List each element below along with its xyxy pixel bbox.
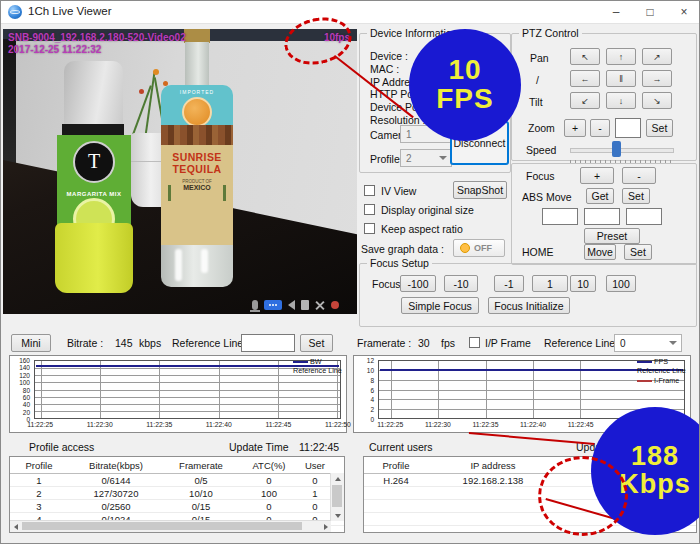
focus-step-button--10[interactable]: -10 <box>444 275 478 292</box>
zoom-out-button[interactable]: - <box>590 119 610 137</box>
update-time-value: 11:22:45 <box>299 441 339 453</box>
legend-item: Reference Line <box>637 367 687 375</box>
home-move-button[interactable]: Move <box>584 244 616 260</box>
osd-datetime: 2017-12-25 11:22:32 <box>8 44 101 55</box>
column-header: Bitrate(kbps) <box>68 460 164 471</box>
scroll-thumb[interactable] <box>22 522 302 530</box>
ptz-arrow-button-3[interactable]: ← <box>570 70 600 87</box>
ptz-arrow-button-7[interactable]: ↓ <box>606 92 636 109</box>
scroll-thumb[interactable] <box>332 485 342 507</box>
ptz-arrow-button-4[interactable]: ‖ <box>606 70 636 87</box>
keep-aspect-label: Keep aspect ratio <box>381 223 463 235</box>
table-row[interactable]: 30/25600/1500 <box>10 500 344 513</box>
bottle-top <box>64 61 123 128</box>
abs-get-button[interactable]: Get <box>586 188 614 204</box>
scroll-up-icon[interactable] <box>331 473 344 484</box>
x-tick-label: 11:22:40 <box>520 421 546 428</box>
ptz-control-group: PTZ Control Pan / Tilt ↖↑↗←‖→↙↓↘ Zoom + … <box>511 33 697 161</box>
table-header: ProfileBitrate(kbps)FramerateATC(%)User <box>10 457 344 474</box>
profile-select[interactable]: 2 <box>400 149 452 167</box>
ptz-arrow-button-5[interactable]: → <box>642 70 672 87</box>
zoom-value-input[interactable] <box>615 118 641 138</box>
record-icon[interactable] <box>331 301 339 309</box>
zoom-in-button[interactable]: + <box>564 119 586 137</box>
scroll-right-icon[interactable] <box>320 521 331 532</box>
focus-minus-button[interactable]: - <box>622 167 656 184</box>
kbps-highlight-circle <box>538 456 628 536</box>
vertical-scrollbar[interactable] <box>330 473 344 521</box>
speed-slider-thumb[interactable] <box>612 141 621 157</box>
horizontal-scrollbar[interactable] <box>10 520 331 532</box>
ptz-arrow-button-8[interactable]: ↘ <box>642 92 672 109</box>
y-tick-label: 0 <box>370 416 374 423</box>
codec-badge-icon[interactable] <box>264 300 282 310</box>
home-set-button[interactable]: Set <box>624 244 652 260</box>
framerate-unit: fps <box>441 337 455 349</box>
display-original-checkbox[interactable] <box>364 204 375 215</box>
gridline <box>219 361 220 418</box>
abs-value-3-input[interactable] <box>626 208 662 225</box>
window-title: 1Ch Live Viewer <box>28 5 112 17</box>
focus-plus-button[interactable]: + <box>580 167 614 184</box>
abs-value-2-input[interactable] <box>584 208 620 225</box>
cactus-graphic <box>223 185 226 201</box>
y-tick-label: 40 <box>23 401 30 408</box>
maximize-button[interactable]: □ <box>633 1 667 23</box>
focus-step-button-10[interactable]: 10 <box>570 275 596 292</box>
ip-frame-checkbox[interactable] <box>469 337 480 348</box>
focus-step-button-100[interactable]: 100 <box>606 275 636 292</box>
snapshot-button[interactable]: SnapShot <box>453 181 507 199</box>
speaker-icon[interactable] <box>288 300 295 310</box>
focus-step-button--100[interactable]: -100 <box>400 275 436 292</box>
save-graph-label: Save graph data : <box>361 243 444 255</box>
table-cell: 1 <box>10 475 68 486</box>
table-row[interactable]: 10/61440/500 <box>10 474 344 487</box>
iv-view-checkbox[interactable] <box>364 185 375 196</box>
close-button[interactable]: × <box>667 1 700 23</box>
fps-annotation-badge: 10FPS <box>409 29 521 141</box>
table-row[interactable]: 2127/3072010/101001 <box>10 487 344 500</box>
simple-focus-button[interactable]: Simple Focus <box>401 297 479 314</box>
ptz-arrow-button-6[interactable]: ↙ <box>570 92 600 109</box>
motion-icon[interactable] <box>315 300 325 310</box>
focus-initialize-button[interactable]: Focus Initialize <box>488 297 570 314</box>
sd-card-icon[interactable] <box>301 300 309 310</box>
save-graph-toggle[interactable]: OFF <box>453 239 505 257</box>
focus-step-button-1[interactable]: 1 <box>532 275 568 292</box>
column-header: ATC(%) <box>238 460 300 471</box>
ptz-arrow-grid: ↖↑↗←‖→↙↓↘ <box>570 48 672 109</box>
ptz-arrow-button-1[interactable]: ↑ <box>606 48 636 65</box>
mic-icon[interactable] <box>252 300 258 310</box>
minimize-button[interactable]: – <box>599 1 633 23</box>
focus-step-button--1[interactable]: -1 <box>494 275 524 292</box>
abs-value-1-input[interactable] <box>542 208 578 225</box>
reference-line-input[interactable] <box>241 334 295 352</box>
zoom-set-button[interactable]: Set <box>646 119 673 137</box>
table-cell: 0 <box>238 475 300 486</box>
bitrate-chart: 160140120100806040200 11:22:2511:22:3011… <box>9 355 347 433</box>
preset-button[interactable]: Preset <box>584 228 640 244</box>
focus-setup-title: Focus Setup <box>367 257 432 269</box>
bitrate-value: 145 <box>115 337 133 349</box>
profile-access-table: ProfileBitrate(kbps)FramerateATC(%)User … <box>9 456 345 533</box>
chevron-down-icon <box>439 156 447 160</box>
ptz-arrow-button-2[interactable]: ↗ <box>642 48 672 65</box>
margarita-liquid <box>55 223 133 293</box>
ptz-arrow-button-0[interactable]: ↖ <box>570 48 600 65</box>
reference-set-button[interactable]: Set <box>300 334 333 352</box>
plant-flower <box>153 69 159 75</box>
mini-button[interactable]: Mini <box>11 334 51 352</box>
scroll-left-icon[interactable] <box>10 521 21 532</box>
gridline <box>35 390 340 391</box>
abs-set-button[interactable]: Set <box>622 188 650 204</box>
x-tick-label: 11:22:30 <box>425 421 451 428</box>
plant-flower <box>139 89 144 94</box>
table-cell: 0 <box>300 501 330 512</box>
display-original-label: Display original size <box>381 204 474 216</box>
speed-slider-track[interactable] <box>570 148 674 153</box>
reference-line-select[interactable]: 0 <box>614 334 682 352</box>
video-viewport: T MARGARITA MIX IMPORTED SUNRISE TEQUILA… <box>3 29 357 314</box>
scroll-down-icon[interactable] <box>331 510 344 521</box>
keep-aspect-checkbox[interactable] <box>364 223 375 234</box>
x-tick-label: 11:22:50 <box>325 421 351 428</box>
